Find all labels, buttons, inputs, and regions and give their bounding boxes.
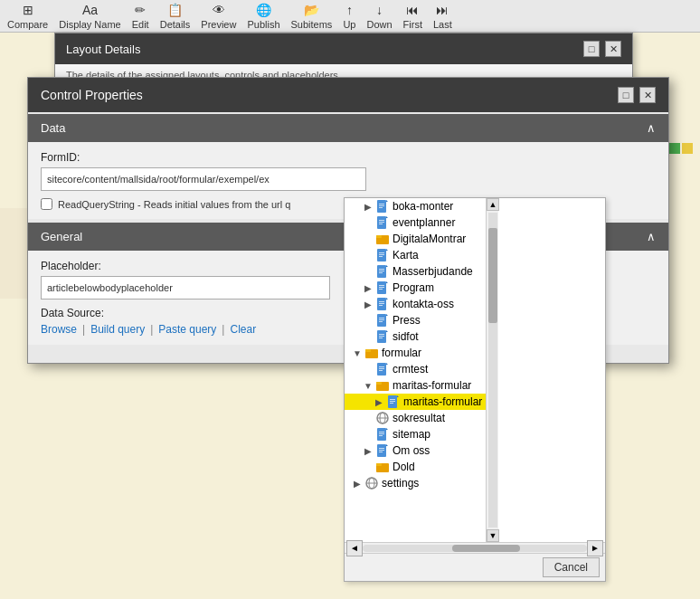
tree-label-formular: formular [382,347,421,359]
svg-rect-41 [379,338,383,338]
toolbar-edit[interactable]: ✏ Edit [132,3,149,30]
tree-item-eventplanner[interactable]: eventplanner [345,214,486,231]
tree-item-sitemap[interactable]: sitemap [345,426,486,442]
svg-rect-70 [376,463,382,466]
separator-2: | [150,323,153,336]
edit-label: Edit [132,19,149,30]
toolbar-down[interactable]: ↓ Down [366,3,392,30]
svg-rect-9 [379,223,383,224]
general-section-label: General [41,230,82,243]
tree-item-sidfot[interactable]: sidfot [345,328,486,345]
svg-rect-61 [379,432,384,433]
tree-item-crmtest[interactable]: crmtest [345,361,486,377]
tree-arrow-crmtest [363,364,374,375]
general-section-collapse-icon[interactable]: ∧ [647,230,656,243]
tree-item-Karta[interactable]: Karta [345,247,486,263]
tree-arrow-Press [363,315,374,326]
first-label: First [403,19,422,30]
control-props-controls: □ ✕ [618,87,656,103]
build-query-button[interactable]: Build query [90,323,145,336]
svg-rect-24 [379,285,384,286]
tree-arrow-maritas-formular-child[interactable]: ▶ [374,396,384,407]
subitems-label: Subitems [291,19,333,30]
svg-rect-62 [379,433,384,434]
tree-label-Program: Program [393,281,434,294]
svg-marker-45 [386,363,388,365]
toolbar-publish[interactable]: 🌐 Publish [247,3,279,30]
clear-button[interactable]: Clear [230,323,256,336]
tree-item-kontakta-oss[interactable]: ▶kontakta-oss [345,296,486,312]
tree-item-Om-oss[interactable]: ▶Om oss [345,442,486,459]
tree-item-formular[interactable]: ▼formular [345,345,486,361]
hscroll-right-btn[interactable]: ► [587,540,603,556]
tree-label-Karta: Karta [393,249,419,261]
svg-marker-18 [386,265,388,267]
toolbar-compare[interactable]: ⊞ Compare [7,3,48,30]
readquerystring-label: ReadQueryString - Reads initial values f… [58,199,290,210]
toolbar-displayname[interactable]: Aa Display Name [59,3,120,30]
tree-item-Dold[interactable]: Dold [345,459,486,475]
layout-details-close-btn[interactable]: ✕ [605,41,621,57]
toolbar-first[interactable]: ⏮ First [403,3,422,30]
toolbar-details[interactable]: 📋 Details [160,3,191,30]
tree-arrow-maritas-formular-parent[interactable]: ▼ [363,380,374,391]
last-label: Last [433,19,452,30]
tree-label-Dold: Dold [393,461,415,473]
tree-arrow-formular[interactable]: ▼ [352,347,363,358]
hscroll-thumb [452,545,519,552]
tree-arrow-sitemap [363,429,374,440]
layout-details-maximize-btn[interactable]: □ [583,41,600,57]
tree-item-maritas-formular-parent[interactable]: ▼maritas-formular [345,377,486,394]
control-props-maximize-btn[interactable]: □ [618,87,634,103]
data-section-collapse-icon[interactable]: ∧ [647,121,656,135]
readquerystring-checkbox[interactable] [41,198,52,210]
tree-arrow-settings[interactable]: ▶ [352,478,363,489]
svg-rect-14 [379,252,384,253]
tree-scroll-area[interactable]: ▶boka-monter eventplanner DigitalaMontra… [345,198,486,542]
tree-item-maritas-formular-child[interactable]: ▶maritas-formular [345,394,486,410]
svg-rect-50 [376,382,382,385]
vscroll-down-btn[interactable]: ▼ [487,529,499,542]
hscroll-left-btn[interactable]: ◄ [346,540,363,556]
svg-rect-8 [379,222,384,223]
svg-rect-4 [379,207,383,208]
tree-arrow-Dold [363,461,374,472]
svg-rect-39 [379,334,384,335]
tree-item-DigitalaMontrar[interactable]: DigitalaMontrar [345,231,486,247]
displayname-icon: Aa [82,3,98,17]
svg-marker-38 [386,330,388,332]
tree-arrow-kontakta-oss[interactable]: ▶ [363,299,374,309]
preview-icon: 👁 [213,3,225,17]
tree-item-sokresultat[interactable]: sokresultat [345,410,486,426]
tree-icon-Press [375,314,390,327]
svg-rect-43 [365,349,371,352]
tree-item-settings[interactable]: ▶settings [345,475,486,491]
vscroll-up-btn[interactable]: ▲ [487,198,499,211]
toolbar-up[interactable]: ↑ Up [343,3,355,30]
toolbar-preview[interactable]: 👁 Preview [201,3,236,30]
layout-details-controls: □ ✕ [583,41,621,57]
last-icon: ⏭ [436,3,449,17]
toolbar-last[interactable]: ⏭ Last [433,3,452,30]
tree-cancel-bar: Cancel [345,553,605,581]
tree-icon-crmtest [375,363,390,376]
tree-icon-boka-monter [375,200,390,213]
tree-arrow-Om-oss[interactable]: ▶ [363,445,374,456]
compare-icon: ⊞ [23,3,33,17]
tree-item-Program[interactable]: ▶Program [345,280,486,296]
tree-arrow-Program[interactable]: ▶ [363,282,374,293]
tree-item-Press[interactable]: Press [345,312,486,328]
toolbar-subitems[interactable]: 📂 Subitems [291,3,333,30]
paste-query-button[interactable]: Paste query [158,323,216,336]
tree-item-boka-monter[interactable]: ▶boka-monter [345,198,486,214]
cancel-button[interactable]: Cancel [543,557,600,577]
tree-label-boka-monter: boka-monter [393,200,453,213]
tree-icon-sidfot [375,330,390,343]
svg-rect-47 [379,368,384,369]
placeholder-input[interactable] [41,276,330,300]
control-props-close-btn[interactable]: ✕ [639,87,656,103]
browse-button[interactable]: Browse [41,323,77,336]
tree-item-Masserbjudande[interactable]: Masserbjudande [345,263,486,280]
tree-arrow-boka-monter[interactable]: ▶ [363,201,374,212]
formid-input[interactable] [41,167,366,191]
